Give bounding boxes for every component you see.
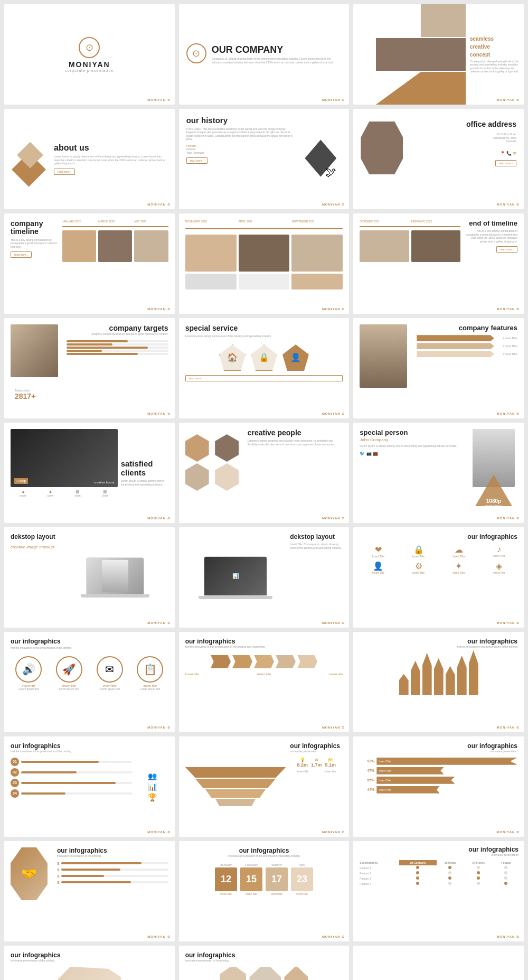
date-4: 23 (291, 867, 313, 891)
timeline-readmore[interactable]: read more › (11, 251, 32, 258)
infographics-ribbons-title: our infographics (360, 743, 517, 750)
ig-label-6: Insert Title (400, 571, 437, 574)
date-label-4: Insert title (291, 892, 313, 895)
desktop-creative-label: creative image mockup (11, 545, 58, 549)
funnel-row-4 (215, 799, 256, 806)
infographics-dates-title: our infographics (185, 847, 343, 854)
td-r2-4 (493, 871, 518, 876)
seamless-label-3: concept (470, 52, 520, 58)
hands-shape: 🤝 (11, 847, 48, 900)
our-history-visual: 🕊 (299, 116, 342, 202)
hbar-row-2: $ (57, 867, 168, 872)
hfill-3 (61, 875, 104, 877)
timeline-dates: JANUARY 2020 MARCH 2020 MAY 2020 (62, 220, 168, 223)
footer-brand-14: MONIYAN ⊙ (322, 516, 345, 520)
img-tri-2 (376, 38, 466, 71)
targets-subtitle: progress combining of all the groups of … (67, 332, 168, 336)
funnel-stats: our infographics innovative presentation… (290, 743, 343, 830)
company-features-title: company features (417, 324, 517, 332)
arrow-label-1: Insert title (185, 673, 199, 676)
targets-photo (11, 324, 58, 377)
tphoto-m1 (185, 235, 237, 272)
tdate-2: MARCH 2020 (98, 220, 132, 223)
ig-label-1: Insert Title (360, 555, 397, 558)
nbar-2 (21, 771, 133, 773)
list-icon-3: 🏆 (148, 793, 157, 801)
th-col4: 4 output (493, 860, 518, 865)
td-r1-4 (493, 865, 518, 871)
dates-sub: innovative presentation of the printing … (185, 854, 343, 858)
dot-gray-6 (448, 882, 451, 885)
footer-brand-10: MONIYAN ⊙ (147, 412, 170, 415)
nitem-4: 04 (11, 789, 133, 798)
about-us-content: about us Lorem Ipsum is simply dummy tex… (54, 143, 167, 174)
company-icon: ⊙ (186, 43, 206, 63)
bcbar-5 (446, 666, 455, 695)
map-region-2 (249, 967, 281, 980)
service-icon-3: 👤 (282, 344, 309, 371)
slide-company-targets: Today's total 2817+ company targets prog… (4, 318, 175, 418)
hbar-row-4: $ (57, 880, 168, 885)
slide-infographics-grid: our infographics ❤ Insert Title 🔒 Insert… (353, 527, 524, 628)
h-dollar-3: $ (57, 874, 59, 879)
service-readmore[interactable]: read more › (185, 375, 343, 381)
td-r4-3 (464, 881, 493, 886)
fstat-val-2: 1.7m (311, 762, 322, 768)
office-readmore[interactable]: read more › (407, 157, 516, 166)
pfill-2 (67, 343, 112, 346)
bcbar-2 (411, 661, 420, 695)
clients-icon-4: ▦ chart (92, 489, 118, 497)
home-icon: 🏠 (227, 352, 238, 362)
office-read-more-btn[interactable]: read more › (495, 160, 516, 166)
nfill-2 (21, 771, 77, 773)
clients-label-3: chart (65, 494, 90, 497)
hands-bars: $ $ $ $ (57, 861, 168, 885)
end-timeline-readmore-btn[interactable]: read more › (496, 246, 517, 253)
about-us-readmore[interactable]: read more › (54, 169, 75, 175)
end-timeline-body: This is a key talking combination of par… (465, 229, 517, 243)
dot-gold-9 (504, 882, 507, 885)
company-timeline-body: This is a key talking combination of par… (11, 238, 58, 249)
infographics-icon-grid: ❤ Insert Title 🔒 Insert Title ☁ Insert T… (360, 545, 517, 574)
slide-infographics-funnel: our infographics innovative presentation… (179, 736, 350, 837)
history-birds: 🕊 (326, 166, 336, 179)
our-history-readmore[interactable]: read more › (186, 157, 208, 164)
timeline-mid-small (185, 274, 343, 290)
person-icon: 👤 (290, 352, 301, 362)
ig-icon-4: ♪ (480, 545, 517, 554)
timeline-photos (62, 230, 168, 262)
ribbons-sub: innovative presentation (360, 750, 517, 753)
feature-label-1: Insert Title (496, 337, 517, 340)
our-history-title: our history (186, 116, 296, 125)
ribbon-label-4: Insert Title (379, 788, 391, 791)
dot-gold-7 (477, 876, 480, 880)
slide-our-company: ⊙ OUR COMPANY Consequat ut, aliquip draw… (179, 4, 350, 105)
fstat-1: 💡 8.2m (297, 758, 308, 768)
ribbon-pct-3: 55% (360, 778, 374, 782)
tphoto-ms1 (185, 274, 237, 290)
footer-brand-16: MONIYAN ⊙ (147, 621, 170, 624)
end-timeline-readmore[interactable]: read more › (465, 243, 517, 253)
hbar-1 (61, 862, 168, 864)
features-items: Insert Title Insert Title Insert Title (417, 335, 517, 357)
ig-item-2: 🔒 Insert Title (400, 545, 437, 558)
hfill-2 (61, 869, 120, 871)
ig-label-8: Insert Title (480, 571, 517, 574)
dot-gray-4 (504, 871, 507, 874)
targets-right: company targets progress combining of al… (67, 324, 168, 412)
ic-desc-2: Lorem ipsum text (56, 687, 82, 691)
arrow-1 (211, 655, 231, 668)
tphoto-ms3 (291, 274, 343, 290)
th-col1: 1st Company (399, 860, 437, 865)
arrow-2 (232, 655, 252, 668)
bcbar-6 (457, 656, 467, 695)
slide-infographics-icons: our infographics find the innovative in … (4, 632, 175, 732)
list-icon-2: 📊 (148, 782, 157, 791)
flabel-1: Insert title (290, 770, 315, 773)
features-person-photo (360, 324, 407, 388)
ic-desc-4: Lorem ipsum text (137, 687, 163, 691)
date-2: 15 (240, 867, 262, 891)
td-r2-2 (437, 871, 464, 876)
laptop-screen-content-2: 📊 (204, 557, 267, 595)
ig-item-5: 👤 Insert Title (360, 561, 397, 574)
